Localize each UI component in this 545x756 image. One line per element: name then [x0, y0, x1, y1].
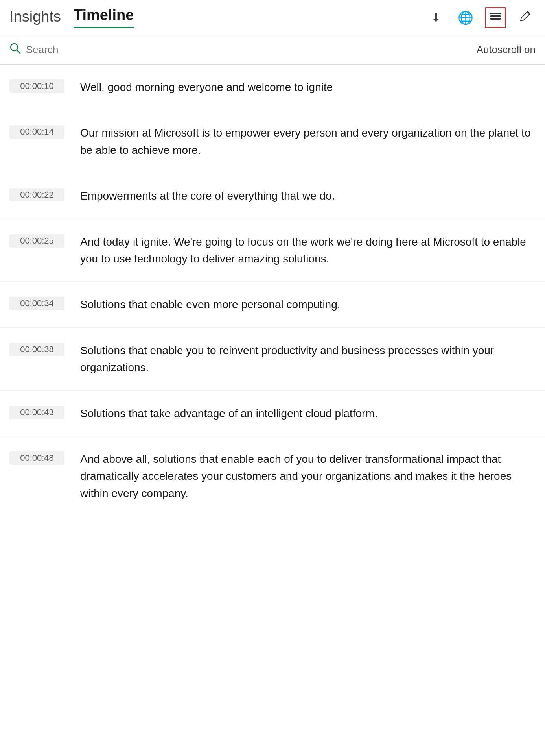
pencil-icon	[519, 10, 532, 25]
tab-timeline[interactable]: Timeline	[74, 7, 134, 28]
timestamp: 00:00:10	[9, 79, 64, 93]
timestamp: 00:00:22	[9, 188, 64, 201]
search-bar: Autoscroll on	[0, 35, 545, 65]
header: Insights Timeline ⬇ 🌐	[0, 0, 545, 35]
timeline-entry[interactable]: 00:00:34Solutions that enable even more …	[0, 282, 545, 327]
timeline-entry[interactable]: 00:00:22Empowerments at the core of ever…	[0, 173, 545, 219]
autoscroll-status: Autoscroll on	[477, 44, 536, 56]
search-icon	[9, 43, 21, 57]
caption-text: Solutions that enable even more personal…	[80, 296, 536, 313]
timestamp: 00:00:38	[9, 343, 64, 356]
layers-icon	[489, 9, 502, 26]
timestamp: 00:00:14	[9, 125, 64, 139]
caption-text: Empowerments at the core of everything t…	[80, 187, 536, 204]
timeline-entry[interactable]: 00:00:25And today it ignite. We're going…	[0, 219, 545, 282]
download-button[interactable]: ⬇	[425, 7, 446, 28]
caption-text: Our mission at Microsoft is to empower e…	[80, 124, 536, 159]
search-area	[9, 43, 183, 57]
svg-line-4	[17, 50, 20, 53]
search-input[interactable]	[26, 44, 183, 56]
timestamp: 00:00:43	[9, 406, 64, 419]
globe-button[interactable]: 🌐	[455, 7, 476, 28]
download-icon: ⬇	[431, 11, 441, 24]
caption-text: Solutions that enable you to reinvent pr…	[80, 342, 536, 376]
caption-text: And above all, solutions that enable eac…	[80, 451, 536, 502]
svg-rect-1	[490, 15, 501, 17]
timestamp: 00:00:48	[9, 451, 64, 465]
timestamp: 00:00:25	[9, 234, 64, 248]
timeline-list: 00:00:10Well, good morning everyone and …	[0, 65, 545, 516]
timeline-entry[interactable]: 00:00:14Our mission at Microsoft is to e…	[0, 110, 545, 173]
timestamp: 00:00:34	[9, 297, 64, 310]
timeline-entry[interactable]: 00:00:43Solutions that take advantage of…	[0, 391, 545, 436]
timeline-entry[interactable]: 00:00:10Well, good morning everyone and …	[0, 65, 545, 110]
svg-rect-0	[490, 13, 501, 14]
tab-insights[interactable]: Insights	[9, 8, 61, 28]
header-actions: ⬇ 🌐	[425, 7, 536, 28]
nav-tabs: Insights Timeline	[9, 7, 134, 28]
svg-rect-2	[490, 18, 501, 20]
edit-button[interactable]	[515, 7, 536, 28]
caption-text: Solutions that take advantage of an inte…	[80, 405, 536, 422]
caption-text: Well, good morning everyone and welcome …	[80, 79, 536, 96]
timeline-entry[interactable]: 00:00:48And above all, solutions that en…	[0, 436, 545, 516]
timeline-entry[interactable]: 00:00:38Solutions that enable you to rei…	[0, 328, 545, 391]
layers-button[interactable]	[485, 7, 506, 28]
caption-text: And today it ignite. We're going to focu…	[80, 233, 536, 268]
globe-icon: 🌐	[458, 10, 473, 25]
